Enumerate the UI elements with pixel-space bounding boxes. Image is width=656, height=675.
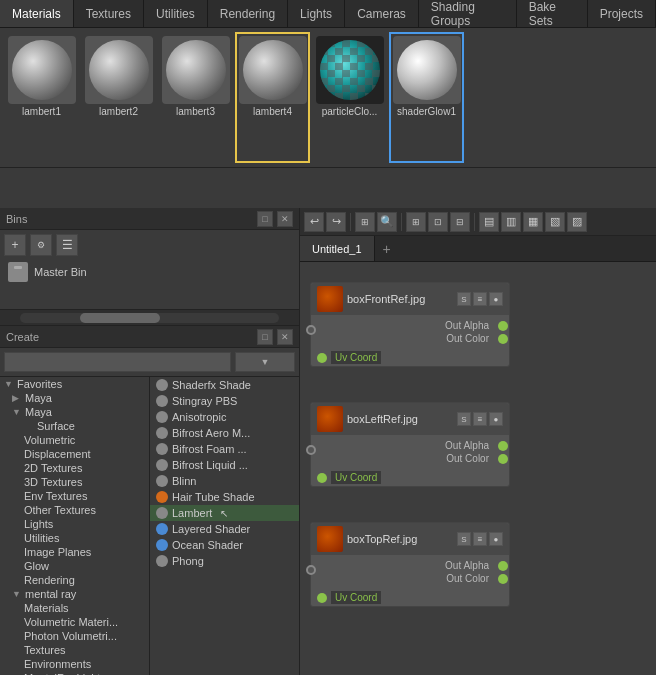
- filter-btn[interactable]: ▼: [235, 352, 295, 372]
- scroll-thumb[interactable]: [80, 313, 160, 323]
- node-icon-dot[interactable]: ●: [489, 292, 503, 306]
- node-input-port[interactable]: [306, 565, 316, 575]
- material-lambert3[interactable]: lambert3: [158, 32, 233, 163]
- node-icon-dot[interactable]: ●: [489, 412, 503, 426]
- out-alpha-port[interactable]: [498, 321, 508, 331]
- node-icon-s[interactable]: S: [457, 532, 471, 546]
- create-close-btn[interactable]: ✕: [277, 329, 293, 345]
- tree-other-textures[interactable]: Other Textures: [0, 503, 149, 517]
- bin-settings-btn[interactable]: ⚙: [30, 234, 52, 256]
- tree-mr-lights[interactable]: MentalRayLights: [0, 671, 149, 675]
- tab-textures[interactable]: Textures: [74, 0, 144, 27]
- bins-scrollbar[interactable]: [0, 310, 299, 326]
- toolbar-undo-btn[interactable]: ↩: [304, 212, 324, 232]
- toolbar-layout-5-btn[interactable]: ▨: [567, 212, 587, 232]
- tree-maya-expanded[interactable]: ▼ Maya: [0, 405, 149, 419]
- tree-image-planes[interactable]: Image Planes: [0, 545, 149, 559]
- shader-shaderfx[interactable]: Shaderfx Shade: [150, 377, 299, 393]
- tree-utilities[interactable]: Utilities: [0, 531, 149, 545]
- add-tab-btn[interactable]: +: [375, 236, 399, 261]
- node-icon-list[interactable]: ≡: [473, 292, 487, 306]
- tab-bake-sets[interactable]: Bake Sets: [517, 0, 588, 27]
- shader-bifrost-liquid[interactable]: Bifrost Liquid ...: [150, 457, 299, 473]
- material-particleclo[interactable]: particleClo...: [312, 32, 387, 163]
- tab-untitled-1[interactable]: Untitled_1: [300, 236, 375, 261]
- shader-hair-tube[interactable]: Hair Tube Shade: [150, 489, 299, 505]
- shader-blinn[interactable]: Blinn: [150, 473, 299, 489]
- toolbar-redo-btn[interactable]: ↪: [326, 212, 346, 232]
- out-color-port[interactable]: [498, 454, 508, 464]
- tree-mr-textures[interactable]: Textures: [0, 643, 149, 657]
- tree-surface[interactable]: Surface: [0, 419, 149, 433]
- tree-mr-photon-volumetric[interactable]: Photon Volumetri...: [0, 629, 149, 643]
- tab-materials[interactable]: Materials: [0, 0, 74, 27]
- tree-lights[interactable]: Lights: [0, 517, 149, 531]
- toolbar-grid-2-btn[interactable]: ⊡: [428, 212, 448, 232]
- shader-bifrost-aero[interactable]: Bifrost Aero M...: [150, 425, 299, 441]
- bins-maximize-btn[interactable]: □: [257, 211, 273, 227]
- tab-cameras[interactable]: Cameras: [345, 0, 419, 27]
- tree-env-textures[interactable]: Env Textures: [0, 489, 149, 503]
- tree-3d-textures[interactable]: 3D Textures: [0, 475, 149, 489]
- toolbar-grid-3-btn[interactable]: ⊟: [450, 212, 470, 232]
- tree-glow[interactable]: Glow: [0, 559, 149, 573]
- tree-displacement[interactable]: Displacement: [0, 447, 149, 461]
- node-canvas[interactable]: boxFrontRef.jpg S ≡ ● Out Alpha Out Colo…: [300, 262, 656, 675]
- uv-port[interactable]: [317, 473, 327, 483]
- shader-layered[interactable]: Layered Shader: [150, 521, 299, 537]
- node-icon-s[interactable]: S: [457, 412, 471, 426]
- material-lambert4[interactable]: lambert4: [235, 32, 310, 163]
- out-color-port[interactable]: [498, 334, 508, 344]
- tree-favorites[interactable]: ▼ Favorites: [0, 377, 149, 391]
- material-lambert2[interactable]: lambert2: [81, 32, 156, 163]
- out-color-port[interactable]: [498, 574, 508, 584]
- shader-stingray[interactable]: Stingray PBS: [150, 393, 299, 409]
- node-box-left-ref[interactable]: boxLeftRef.jpg S ≡ ● Out Alpha Out Color: [310, 402, 510, 487]
- tree-mr-volumetric[interactable]: Volumetric Materi...: [0, 615, 149, 629]
- out-alpha-port[interactable]: [498, 441, 508, 451]
- node-input-port[interactable]: [306, 445, 316, 455]
- add-bin-btn[interactable]: +: [4, 234, 26, 256]
- shader-ocean[interactable]: Ocean Shader: [150, 537, 299, 553]
- shader-bifrost-foam[interactable]: Bifrost Foam ...: [150, 441, 299, 457]
- tree-mr-materials[interactable]: Materials: [0, 601, 149, 615]
- create-maximize-btn[interactable]: □: [257, 329, 273, 345]
- node-icon-s[interactable]: S: [457, 292, 471, 306]
- tree-2d-textures[interactable]: 2D Textures: [0, 461, 149, 475]
- tree-rendering[interactable]: Rendering: [0, 573, 149, 587]
- material-shaderglow1[interactable]: shaderGlow1: [389, 32, 464, 163]
- node-input-port[interactable]: [306, 325, 316, 335]
- tree-mental-ray[interactable]: ▼ mental ray: [0, 587, 149, 601]
- tree-volumetric[interactable]: Volumetric: [0, 433, 149, 447]
- material-lambert1[interactable]: lambert1: [4, 32, 79, 163]
- node-icon-list[interactable]: ≡: [473, 412, 487, 426]
- toolbar-grid-1-btn[interactable]: ⊞: [406, 212, 426, 232]
- shader-anisotropic[interactable]: Anisotropic: [150, 409, 299, 425]
- tab-lights[interactable]: Lights: [288, 0, 345, 27]
- uv-port[interactable]: [317, 593, 327, 603]
- toolbar-layout-1-btn[interactable]: ▤: [479, 212, 499, 232]
- tab-rendering[interactable]: Rendering: [208, 0, 288, 27]
- tree-mr-environments[interactable]: Environments: [0, 657, 149, 671]
- tab-projects[interactable]: Projects: [588, 0, 656, 27]
- bin-menu-btn[interactable]: ☰: [56, 234, 78, 256]
- toolbar-layout-3-btn[interactable]: ▦: [523, 212, 543, 232]
- node-box-top-ref[interactable]: boxTopRef.jpg S ≡ ● Out Alpha Out Color: [310, 522, 510, 607]
- tab-utilities[interactable]: Utilities: [144, 0, 208, 27]
- shader-lambert[interactable]: Lambert ↖: [150, 505, 299, 521]
- node-box-front-ref[interactable]: boxFrontRef.jpg S ≡ ● Out Alpha Out Colo…: [310, 282, 510, 367]
- bins-close-btn[interactable]: ✕: [277, 211, 293, 227]
- toolbar-layout-4-btn[interactable]: ▧: [545, 212, 565, 232]
- search-input[interactable]: [4, 352, 231, 372]
- uv-port[interactable]: [317, 353, 327, 363]
- tab-shading-groups[interactable]: Shading Groups: [419, 0, 517, 27]
- shader-phong[interactable]: Phong: [150, 553, 299, 569]
- node-icon-list[interactable]: ≡: [473, 532, 487, 546]
- toolbar-fit-btn[interactable]: ⊞: [355, 212, 375, 232]
- tree-maya-collapsed[interactable]: ▶ Maya: [0, 391, 149, 405]
- toolbar-zoom-out-btn[interactable]: 🔍: [377, 212, 397, 232]
- out-alpha-port[interactable]: [498, 561, 508, 571]
- master-bin-item[interactable]: Master Bin: [4, 260, 295, 284]
- toolbar-layout-2-btn[interactable]: ▥: [501, 212, 521, 232]
- node-icon-dot[interactable]: ●: [489, 532, 503, 546]
